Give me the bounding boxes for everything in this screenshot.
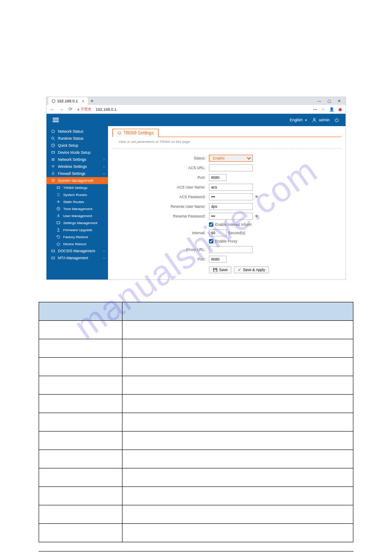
- window-close-icon[interactable]: ✕: [338, 99, 341, 103]
- sidebar-label: DOCSIS Management: [58, 249, 95, 253]
- restore-icon: [56, 235, 61, 239]
- enable-proxy-checkbox[interactable]: [209, 239, 213, 243]
- layers-icon: [51, 178, 55, 183]
- nav-reload-icon[interactable]: ⟳: [68, 106, 72, 112]
- power-icon[interactable]: [334, 117, 339, 123]
- sidebar-item-quick-setup[interactable]: Quick Setup: [47, 142, 108, 149]
- sidebar-label: Quick Setup: [58, 143, 78, 148]
- enable-inform-checkbox[interactable]: [209, 222, 213, 227]
- nav-back-icon[interactable]: ←: [50, 107, 55, 112]
- save-button[interactable]: 💾Save: [209, 266, 231, 273]
- table-row: [39, 524, 353, 542]
- table-row: [39, 413, 353, 432]
- profile-icon[interactable]: 👤: [329, 107, 334, 112]
- table-header-item: [39, 302, 122, 321]
- window-minimize-icon[interactable]: —: [317, 99, 321, 103]
- rev-user-input[interactable]: [209, 203, 253, 210]
- sidebar-item-mta-management[interactable]: MTA Management›: [47, 254, 108, 261]
- page-description: View or set parameters of TR069 on this …: [112, 137, 341, 149]
- definition-table: [39, 302, 353, 542]
- browser-window: 192.168.0.1 × + — ▢ ✕ ← → ⟳ 不安全 192.168.…: [46, 97, 346, 280]
- status-label: Status:: [108, 156, 209, 160]
- proxy-url-input[interactable]: [209, 246, 253, 253]
- table-row: [39, 321, 353, 339]
- chevron-down-icon: ⌄: [102, 179, 104, 182]
- enable-inform-label: Enable Interval Inform: [215, 222, 252, 227]
- table-row: [39, 487, 353, 505]
- save-apply-button[interactable]: ✓Save & Apply: [234, 266, 269, 273]
- chevron-right-icon: ›: [104, 250, 104, 253]
- sidebar-item-runtime-status[interactable]: Runtime Status: [47, 135, 108, 142]
- routes-icon: [56, 192, 61, 197]
- svg-rect-12: [52, 257, 55, 259]
- browser-tab[interactable]: 192.168.0.1 ×: [48, 97, 88, 105]
- sidebar-item-device-mode[interactable]: Device Mode Setup: [47, 149, 108, 156]
- acs-url-input[interactable]: [209, 164, 253, 171]
- port2-label: Port:: [108, 257, 209, 261]
- sidebar-item-docsis-management[interactable]: DOCSIS Management›: [47, 247, 108, 254]
- sidebar-sub-user-management[interactable]: User Management: [47, 212, 108, 219]
- reboot-icon: [56, 242, 61, 246]
- sidebar-sub-static-routes[interactable]: Static Routes: [47, 198, 108, 205]
- settings-sub-icon: [56, 185, 61, 190]
- content-tab-header: TR069 Settings: [112, 129, 341, 137]
- address-url[interactable]: 192.168.0.1: [96, 107, 117, 112]
- acs-pwd-input[interactable]: [209, 193, 253, 200]
- browser-addressbar: ← → ⟳ 不安全 192.168.0.1 ⊶ ☆ 👤 ◉: [47, 105, 345, 114]
- sidebar-sub-time-management[interactable]: Time Management: [47, 205, 108, 212]
- sidebar-label: Settings Management: [63, 221, 97, 225]
- sidebar-sub-firmware-upgrade[interactable]: Firmware Upgrade: [47, 226, 108, 233]
- new-tab-button[interactable]: +: [88, 98, 96, 104]
- settings-icon: [56, 221, 61, 225]
- sidebar-item-network-settings[interactable]: Network Settings›: [47, 156, 108, 163]
- mta-icon: [51, 256, 55, 260]
- nav-forward-icon[interactable]: →: [59, 107, 64, 112]
- device-icon: [51, 150, 55, 155]
- save-icon: 💾: [213, 268, 218, 272]
- table-row: [39, 395, 353, 413]
- search-icon: [51, 136, 55, 141]
- chevron-right-icon: ›: [104, 257, 104, 260]
- key-icon[interactable]: ⊶: [313, 107, 317, 112]
- footer-rule: [39, 551, 353, 551]
- sidebar-sub-device-reboot[interactable]: Device Reboot: [47, 240, 108, 247]
- acs-user-label: ACS User Name:: [108, 185, 209, 189]
- sidebar-sub-tr069[interactable]: TR069 Settings: [47, 184, 108, 191]
- acs-user-input[interactable]: [209, 184, 253, 191]
- sidebar-item-system-management[interactable]: System Management⌄: [47, 177, 108, 184]
- tab-close-icon[interactable]: ×: [82, 99, 84, 104]
- sidebar-item-network-status[interactable]: Network Status: [47, 128, 108, 135]
- tab-tr069-settings[interactable]: TR069 Settings: [112, 129, 158, 137]
- sidebar-item-wireless-settings[interactable]: Wireless Settings›: [47, 163, 108, 170]
- hamburger-icon[interactable]: [53, 118, 59, 122]
- window-maximize-icon[interactable]: ▢: [327, 99, 331, 103]
- interval-input[interactable]: [209, 229, 227, 236]
- upload-icon: [56, 228, 61, 232]
- sidebar-sub-factory-restore[interactable]: Factory Restore: [47, 233, 108, 240]
- rev-user-label: Reverse User Name:: [108, 204, 209, 209]
- tr069-form: Status: Enable ACS URL: Port: ACS User N…: [108, 149, 345, 273]
- sidebar-sub-system-routes[interactable]: System Routes: [47, 191, 108, 198]
- extension-icon[interactable]: ◉: [338, 107, 342, 112]
- content-area: TR069 Settings View or set parameters of…: [108, 126, 345, 279]
- port1-input[interactable]: [209, 174, 227, 181]
- svg-line-3: [54, 139, 55, 140]
- sidebar-label: Static Routes: [63, 200, 84, 204]
- svg-rect-7: [57, 187, 60, 189]
- status-select[interactable]: Enable: [209, 155, 253, 162]
- wifi-icon: [51, 164, 55, 169]
- rev-pwd-input[interactable]: [209, 213, 253, 220]
- language-selector[interactable]: English: [290, 118, 303, 122]
- bookmark-icon[interactable]: ☆: [321, 107, 325, 112]
- sidebar-sub-settings-management[interactable]: Settings Management: [47, 219, 108, 226]
- sidebar-item-firewall-settings[interactable]: Firewall Settings›: [47, 170, 108, 177]
- eye-icon[interactable]: 👁: [255, 195, 259, 199]
- sidebar-label: Factory Restore: [63, 235, 88, 239]
- port2-input[interactable]: [209, 256, 227, 263]
- eye-icon[interactable]: 👁: [255, 214, 259, 218]
- svg-rect-5: [52, 152, 55, 153]
- svg-point-0: [313, 118, 315, 120]
- sidebar: Network Status Runtime Status Quick Setu…: [47, 126, 108, 279]
- sidebar-label: User Management: [63, 214, 92, 218]
- clock-icon: [56, 207, 61, 211]
